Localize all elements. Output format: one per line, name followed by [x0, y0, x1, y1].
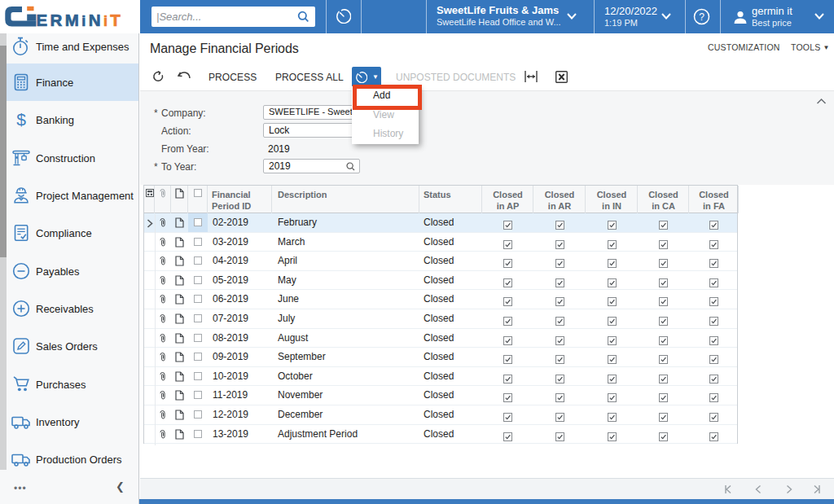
svg-text:?: ? — [699, 11, 705, 23]
svg-text:ERMiNiT: ERMiNiT — [37, 11, 124, 29]
svg-text:$: $ — [16, 110, 26, 129]
